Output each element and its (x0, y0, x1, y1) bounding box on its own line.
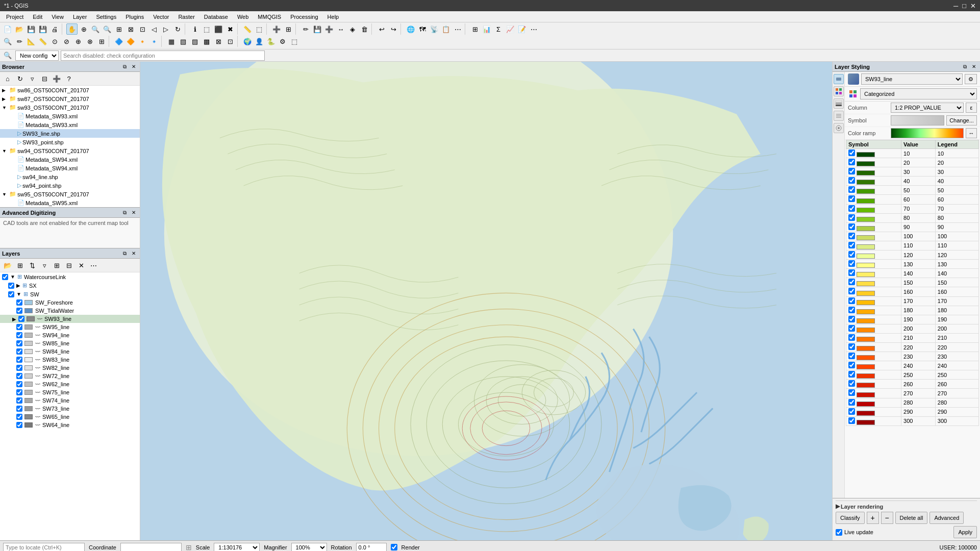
zoom-layer-btn[interactable]: ⊠ (125, 23, 136, 35)
layer-item-sw-foreshore[interactable]: SW_Foreshore (0, 298, 140, 307)
browser-tree-item[interactable]: ▶ 📁 sw87_OST50CONT_201707 (0, 94, 140, 103)
layer-item-watercourselink[interactable]: ▼ ⊞ WatercourseLink (0, 272, 140, 281)
magnifier-select[interactable]: 100% (291, 543, 327, 552)
search-disabled-input[interactable] (61, 51, 265, 61)
layers-ctrl-rendering-btn[interactable]: ⇅ (27, 260, 38, 271)
plugin8-btn[interactable]: ⊗ (84, 36, 95, 47)
delete-feature-btn[interactable]: 🗑 (359, 23, 370, 35)
print-btn[interactable]: 🖨 (49, 23, 60, 35)
layers-expand-btn[interactable]: ⊞ (51, 260, 62, 271)
category-row[interactable]: 60 60 (846, 195, 979, 204)
category-row[interactable]: 80 80 (846, 213, 979, 222)
style-categorized-btn[interactable] (834, 86, 844, 96)
layer-item-sw72-line[interactable]: 〰 SW72_line (0, 372, 140, 380)
layers-close-btn[interactable]: ✕ (130, 249, 138, 258)
layers-add-group-btn[interactable]: ⊞ (14, 260, 26, 271)
stats-btn[interactable]: 📊 (481, 23, 492, 35)
browser-tree-item[interactable]: 📄 Metadata_SW94.xml (0, 164, 140, 172)
plugin7-btn[interactable]: ⊕ (72, 36, 84, 47)
layer-check-sw84-line[interactable] (16, 348, 22, 355)
category-row[interactable]: 70 70 (846, 204, 979, 213)
layer-item-sw[interactable]: ▼ ⊞ SW (0, 290, 140, 298)
maximize-btn[interactable]: □ (962, 2, 966, 10)
plugin-search-icon-btn[interactable]: 🔍 (2, 50, 13, 61)
cat-checkbox[interactable] (848, 149, 855, 156)
layer-item-sw73-line[interactable]: 〰 SW73_line (0, 405, 140, 413)
layer-check-sw83-line[interactable] (16, 357, 22, 363)
category-row[interactable]: 220 220 (846, 342, 979, 352)
browser-tree-item[interactable]: 📄 Metadata_SW93.xml (0, 112, 140, 120)
locate-input[interactable] (3, 543, 85, 552)
layer-check-sw65-line[interactable] (16, 414, 22, 420)
add-layer-btn[interactable]: ➕ (271, 23, 282, 35)
menu-layer[interactable]: Layer (69, 13, 91, 21)
open-attr-table-btn[interactable]: ⊞ (283, 23, 294, 35)
layer-check-sw62-line[interactable] (16, 381, 22, 387)
plugin3-btn[interactable]: 📐 (26, 36, 37, 47)
layer-check-sx[interactable] (8, 283, 14, 289)
minimize-btn[interactable]: ─ (953, 2, 958, 10)
cat-checkbox[interactable] (848, 233, 855, 239)
redo-btn[interactable]: ↪ (388, 23, 399, 35)
styling-float-btn[interactable]: ⧉ (961, 63, 969, 71)
deselect-btn[interactable]: ✖ (224, 23, 236, 35)
layer-item-sx[interactable]: ▶ ⊞ SX (0, 281, 140, 290)
layer-check-sw72-line[interactable] (16, 373, 22, 379)
browser-home-btn[interactable]: ⌂ (2, 73, 13, 84)
cat-checkbox[interactable] (848, 159, 855, 165)
plugin10-btn[interactable]: 🔷 (113, 36, 124, 47)
style-point-cluster-btn[interactable] (834, 123, 844, 133)
layer-item-sw75-line[interactable]: 〰 SW75_line (0, 388, 140, 396)
plugin11-btn[interactable]: 🔶 (125, 36, 136, 47)
cat-checkbox[interactable] (848, 177, 855, 184)
edit-toggle-btn[interactable]: ✏ (300, 23, 311, 35)
cat-checkbox[interactable] (848, 316, 855, 322)
category-row[interactable]: 240 240 (846, 361, 979, 370)
rotation-input[interactable] (356, 543, 387, 552)
style-graduated-btn[interactable] (834, 98, 844, 109)
plugin16-btn[interactable]: ▨ (189, 36, 200, 47)
xyz-btn[interactable]: 📡 (429, 23, 440, 35)
save-project-btn[interactable]: 💾 (26, 23, 37, 35)
undo-btn[interactable]: ↩ (376, 23, 387, 35)
layer-check-sw85-line[interactable] (16, 340, 22, 346)
classify-btn[interactable]: Classify (836, 512, 865, 524)
category-row[interactable]: 50 50 (846, 186, 979, 195)
cat-checkbox[interactable] (848, 334, 855, 341)
plugin18-btn[interactable]: ⊠ (213, 36, 224, 47)
cat-checkbox[interactable] (848, 325, 855, 332)
layer-check-sw74-line[interactable] (16, 397, 22, 404)
report-btn[interactable]: 📝 (516, 23, 527, 35)
plugin2-btn[interactable]: ✏ (14, 36, 25, 47)
layer-check-sw[interactable] (8, 291, 14, 297)
plugin5-btn[interactable]: ⊙ (49, 36, 60, 47)
layer-item-sw85-line[interactable]: 〰 SW85_line (0, 339, 140, 347)
plugin15-btn[interactable]: ▧ (178, 36, 189, 47)
new-project-btn[interactable]: 📄 (2, 23, 13, 35)
remove-category-btn[interactable]: − (881, 512, 893, 524)
plugin13-btn[interactable]: 🔹 (148, 36, 160, 47)
zoom-full-btn[interactable]: ⊞ (113, 23, 124, 35)
browser-tree-item[interactable]: ▷ sw94_line.shp (0, 172, 140, 181)
cat-checkbox[interactable] (848, 260, 855, 267)
refresh-btn[interactable]: ↻ (172, 23, 183, 35)
category-row[interactable]: 40 40 (846, 177, 979, 186)
layer-check-sw93-line[interactable] (18, 316, 24, 322)
cat-checkbox[interactable] (848, 288, 855, 294)
layer-item-sw83-line[interactable]: 〰 SW83_line (0, 356, 140, 364)
menu-processing[interactable]: Processing (286, 13, 322, 21)
measure-area-btn[interactable]: ⬚ (254, 23, 265, 35)
layers-collapse-btn[interactable]: ⊟ (63, 260, 74, 271)
browser-tree-item[interactable]: ▼ 📁 sw94_OST50CONT_201707 (0, 146, 140, 155)
browser-help-btn[interactable]: ? (63, 73, 74, 84)
select-rect-btn[interactable]: ⬛ (213, 23, 224, 35)
category-row[interactable]: 20 20 (846, 158, 979, 167)
layer-check-sw95-line[interactable] (16, 324, 22, 330)
pan-btn[interactable]: ✋ (66, 23, 78, 35)
plugin20-btn[interactable]: 🌍 (242, 36, 253, 47)
layer-item-sw84-line[interactable]: 〰 SW84_line (0, 347, 140, 356)
category-row[interactable]: 160 160 (846, 287, 979, 296)
cat-checkbox[interactable] (848, 380, 855, 387)
plugin22-btn[interactable]: 🐍 (265, 36, 277, 47)
layer-item-sw74-line[interactable]: 〰 SW74_line (0, 396, 140, 405)
